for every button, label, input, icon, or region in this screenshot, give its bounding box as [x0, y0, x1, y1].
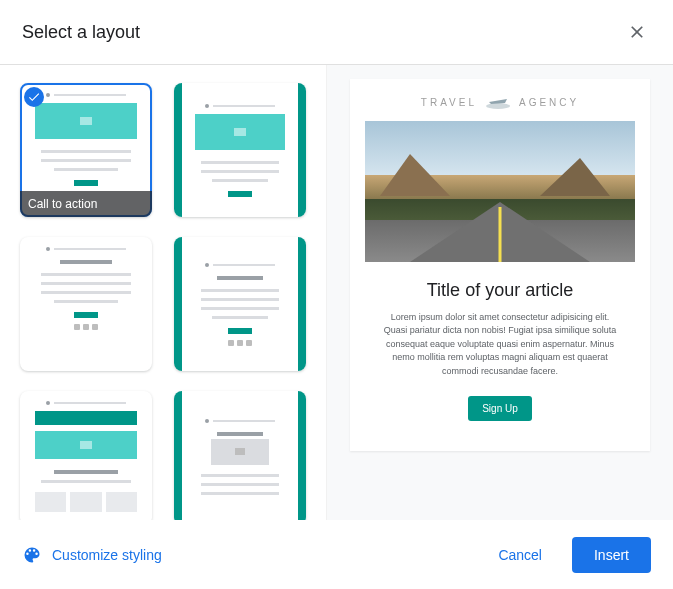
svg-point-0 — [486, 103, 510, 109]
template-thumbnail — [20, 391, 152, 520]
insert-button[interactable]: Insert — [572, 537, 651, 573]
template-card[interactable] — [174, 237, 306, 371]
close-icon — [627, 22, 647, 42]
template-thumbnail — [174, 391, 306, 520]
palette-icon — [22, 545, 42, 565]
selected-check-icon — [24, 87, 44, 107]
dialog-header: Select a layout — [0, 0, 673, 64]
customize-styling-button[interactable]: Customize styling — [22, 545, 162, 565]
preview-signup-button: Sign Up — [468, 396, 532, 421]
dialog-footer: Customize styling Cancel Insert — [0, 520, 673, 589]
dialog-title: Select a layout — [22, 22, 140, 43]
dialog-content: Call to action — [0, 65, 673, 520]
cancel-button[interactable]: Cancel — [484, 537, 556, 573]
customize-styling-label: Customize styling — [52, 547, 162, 563]
preview-pane: TRAVEL AGENCY Title of your article Lore… — [327, 65, 673, 520]
preview-article-title: Title of your article — [427, 280, 573, 301]
preview-article-body: Lorem ipsum dolor sit amet consectetur a… — [350, 311, 650, 379]
logo-text-right: AGENCY — [519, 97, 579, 108]
preview-card: TRAVEL AGENCY Title of your article Lore… — [350, 79, 650, 451]
template-thumbnail — [174, 237, 306, 371]
template-card[interactable] — [20, 391, 152, 520]
template-card-call-to-action[interactable]: Call to action — [20, 83, 152, 217]
plane-icon — [485, 93, 511, 111]
template-card[interactable] — [20, 237, 152, 371]
logo-text-left: TRAVEL — [421, 97, 477, 108]
preview-logo: TRAVEL AGENCY — [421, 79, 579, 121]
template-thumbnail — [174, 83, 306, 217]
template-gallery: Call to action — [0, 65, 327, 520]
template-card[interactable] — [174, 391, 306, 520]
template-grid: Call to action — [20, 83, 306, 520]
close-button[interactable] — [623, 18, 651, 46]
preview-hero-image — [365, 121, 635, 262]
template-thumbnail — [20, 237, 152, 371]
template-card[interactable] — [174, 83, 306, 217]
template-label: Call to action — [20, 191, 152, 217]
